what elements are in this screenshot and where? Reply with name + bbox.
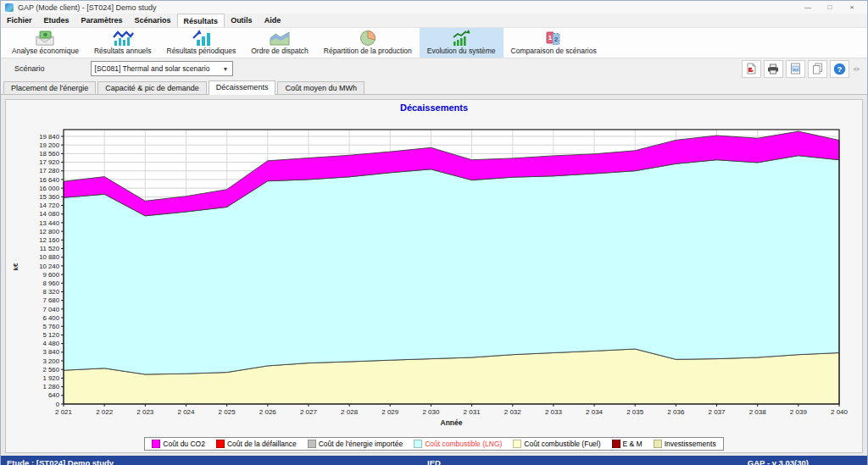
chart-panel: Décaissements 06401 2801 9202 5603 2003 … (5, 99, 863, 453)
tab-decaissements[interactable]: Décaissements (209, 80, 276, 95)
toolbar-label: Evolution du système (427, 47, 496, 55)
menu-resultats[interactable]: Résultats (177, 14, 225, 27)
toolbar-label: Résultats périodiques (167, 47, 236, 55)
tab-placement-energie[interactable]: Placement de l'énergie (3, 81, 96, 94)
svg-text:0: 0 (56, 401, 60, 408)
svg-text:5 760: 5 760 (42, 323, 59, 330)
svg-text:2 029: 2 029 (381, 408, 399, 416)
scenario-select[interactable]: [SC081] Thermal and solar scenario ▼ (91, 61, 233, 76)
menu-aide[interactable]: Aide (259, 14, 287, 27)
help-icon[interactable]: ? (830, 60, 849, 78)
toolbar-repartition-production[interactable]: Répartition de la production (316, 28, 420, 58)
legend-item: Coût de la défaillance (216, 440, 297, 448)
toolbar-label: Ordre de dispatch (251, 47, 309, 55)
svg-text:2 035: 2 035 (626, 408, 644, 416)
svg-text:2 038: 2 038 (749, 408, 767, 416)
menu-scenarios[interactable]: Scénarios (129, 14, 177, 27)
tab-cout-moyen-mwh[interactable]: Coût moyen du MWh (277, 81, 364, 94)
bar-chart-arrow-icon (191, 29, 211, 47)
status-version: GAP - v 3.03(30) (748, 458, 861, 465)
status-study: Etude : [ST024] Demo study (7, 458, 114, 465)
svg-text:2 031: 2 031 (464, 408, 481, 416)
svg-text:1: 1 (548, 34, 553, 42)
scenario-row: Scénario [SC081] Thermal and solar scena… (1, 58, 867, 79)
toolbar-resultats-annuels[interactable]: Résultats annuels (86, 28, 159, 58)
svg-text:Année: Année (441, 418, 463, 427)
svg-text:1 280: 1 280 (42, 383, 59, 390)
svg-text:7 680: 7 680 (42, 296, 59, 304)
svg-text:2 040: 2 040 (831, 408, 849, 416)
close-button[interactable]: × (841, 1, 863, 14)
minimize-button[interactable]: — (797, 1, 819, 14)
area-chart-icon (269, 29, 291, 47)
toolbar-label: Analyse économique (12, 47, 79, 55)
chevron-down-icon: ▼ (223, 66, 229, 72)
chart-legend: Coût du CO2Coût de la défaillanceCoût de… (144, 437, 723, 451)
svg-text:17 280: 17 280 (39, 167, 60, 174)
pdf-export-icon[interactable] (742, 60, 761, 78)
svg-text:2 023: 2 023 (136, 408, 154, 416)
maximize-button[interactable]: □ (819, 1, 841, 14)
svg-text:14 720: 14 720 (39, 202, 60, 209)
svg-text:8 320: 8 320 (42, 288, 59, 296)
svg-text:16 000: 16 000 (39, 185, 60, 192)
image-export-icon[interactable] (786, 60, 805, 78)
legend-label: Coût combustible (Fuel) (524, 440, 600, 448)
toolbar-label: Comparaison de scénarios (511, 47, 597, 55)
legend-label: Coût du CO2 (163, 440, 205, 448)
svg-text:2 021: 2 021 (55, 408, 73, 416)
toolbar-label: Résultats annuels (94, 47, 152, 55)
toolbar-analyse-economique[interactable]: Analyse économique (4, 28, 86, 58)
svg-text:11 520: 11 520 (40, 245, 60, 252)
copy-icon[interactable] (808, 60, 827, 78)
svg-text:2 024: 2 024 (177, 408, 195, 416)
svg-text:2 033: 2 033 (545, 408, 563, 416)
menu-bar: Fichier Etudes Paramètres Scénarios Résu… (1, 14, 867, 28)
svg-text:9 600: 9 600 (42, 271, 59, 279)
svg-text:12 160: 12 160 (39, 236, 60, 244)
legend-swatch (308, 440, 316, 448)
svg-text:17 920: 17 920 (39, 158, 60, 166)
stacked-area-chart: 06401 2801 9202 5603 2003 8404 4805 1205… (7, 113, 861, 436)
window-title: GAP (Mode client) - [ST024] Demo study (18, 3, 156, 12)
collapse-icon[interactable]: <> (854, 66, 859, 72)
menu-outils[interactable]: Outils (225, 14, 259, 27)
scenario-label: Scénario (14, 64, 45, 73)
legend-swatch (654, 440, 662, 448)
menu-fichier[interactable]: Fichier (1, 14, 38, 27)
print-icon[interactable] (764, 60, 783, 78)
svg-text:2 039: 2 039 (790, 408, 808, 416)
app-window: GAP (Mode client) - [ST024] Demo study —… (0, 0, 868, 465)
tab-page-content: Décaissements 06401 2801 9202 5603 2003 … (1, 95, 867, 456)
toolbar-resultats-periodiques[interactable]: Résultats périodiques (159, 28, 244, 58)
menu-etudes[interactable]: Etudes (38, 14, 75, 27)
menu-parametres[interactable]: Paramètres (75, 14, 129, 27)
legend-swatch (216, 440, 225, 448)
svg-text:2 030: 2 030 (422, 408, 440, 416)
legend-swatch (612, 440, 620, 448)
status-center: IED (1, 458, 867, 465)
legend-swatch (414, 440, 422, 448)
tab-capacite-pic-demande[interactable]: Capacité & pic de demande (97, 81, 207, 94)
zigzag-chart-icon (112, 29, 134, 47)
svg-text:2 026: 2 026 (259, 408, 277, 416)
toolbar-ordre-de-dispatch[interactable]: Ordre de dispatch (243, 28, 316, 58)
legend-item: Coût de l'énergie importée (308, 440, 403, 448)
legend-label: Investissements (665, 440, 716, 448)
legend-item: Coût du CO2 (152, 440, 205, 448)
tab-bar: Placement de l'énergie Capacité & pic de… (1, 79, 867, 95)
svg-text:6 400: 6 400 (42, 314, 59, 322)
toolbar-comparaison-scenarios[interactable]: 1 2 Comparaison de scénarios (504, 28, 604, 58)
legend-label: E & M (623, 440, 643, 448)
title-bar: GAP (Mode client) - [ST024] Demo study —… (1, 1, 867, 14)
legend-swatch (152, 440, 160, 448)
scenario-selected-value: [SC081] Thermal and solar scenario (95, 64, 210, 73)
svg-text:7 040: 7 040 (42, 306, 59, 313)
svg-text:2 025: 2 025 (219, 408, 236, 416)
toolbar-evolution-systeme[interactable]: Evolution du système (420, 28, 504, 58)
svg-text:640: 640 (48, 391, 60, 399)
toolbar: Analyse économique Résultats annuels (1, 28, 867, 58)
svg-text:13 440: 13 440 (39, 219, 60, 227)
legend-swatch (513, 440, 521, 448)
svg-text:10 240: 10 240 (39, 263, 60, 270)
